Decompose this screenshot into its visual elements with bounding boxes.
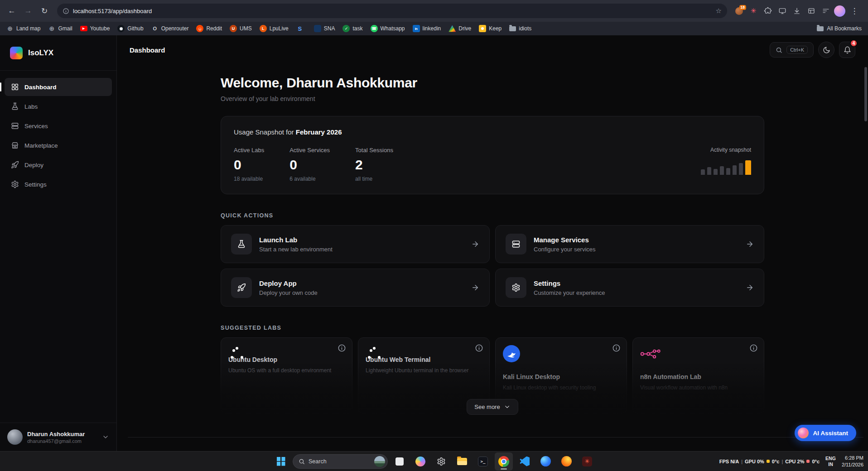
- bookmark-ums[interactable]: UUMS: [230, 25, 252, 32]
- terminal-button[interactable]: >_: [474, 452, 492, 471]
- edge-button[interactable]: [536, 452, 555, 471]
- quick-actions-grid: Launch Lab Start a new lab environment M…: [221, 225, 764, 307]
- ai-orb-icon: [798, 428, 809, 438]
- see-more-button[interactable]: See more: [467, 399, 518, 415]
- gear-icon: [437, 457, 446, 466]
- bookmark-task[interactable]: ✓task: [342, 25, 362, 32]
- start-button[interactable]: [272, 452, 290, 471]
- reload-button[interactable]: ↻: [37, 4, 52, 18]
- reload-icon: ↻: [41, 6, 48, 16]
- sidebar-item-dashboard[interactable]: Dashboard: [5, 78, 112, 96]
- app-logo[interactable]: IsoLYX: [0, 35, 116, 71]
- info-icon[interactable]: [612, 344, 621, 352]
- activity-bars: [701, 159, 751, 175]
- taskview-button[interactable]: [391, 452, 409, 471]
- sidebar-item-labs[interactable]: Labs: [5, 97, 112, 115]
- quick-action-manage-services[interactable]: Manage Services Configure your services: [495, 225, 764, 263]
- bookmark-gmail[interactable]: ⊕Gmail: [48, 25, 72, 32]
- app-tile-button[interactable]: ✳: [578, 452, 596, 471]
- address-bar[interactable]: localhost:5173/app/dashboard ☆: [57, 4, 727, 18]
- bookmark-reddit[interactable]: ☺Reddit: [196, 25, 222, 32]
- sidebar-item-marketplace[interactable]: Marketplace: [5, 136, 112, 154]
- usage-period: February 2026: [296, 128, 342, 136]
- terminal-icon: >_: [478, 457, 488, 466]
- chrome-button[interactable]: [495, 452, 513, 471]
- bookmark-drive[interactable]: Drive: [448, 25, 471, 32]
- language-switcher[interactable]: ENG IN: [825, 456, 836, 467]
- vscode-button[interactable]: [516, 452, 534, 471]
- main-area: Dashboard Ctrl+K 4 Welcome, Dh: [117, 35, 868, 451]
- extensions-puzzle-icon[interactable]: [762, 5, 774, 17]
- bookmark-keep[interactable]: Keep: [479, 25, 502, 32]
- downloads-button[interactable]: [791, 5, 803, 17]
- suggested-labs-heading: SUGGESTED LABS: [221, 325, 764, 331]
- device-monitor-icon[interactable]: [776, 5, 789, 17]
- bookmark-s[interactable]: S: [296, 25, 306, 32]
- search-button[interactable]: Ctrl+K: [770, 42, 814, 58]
- page-scrollbar[interactable]: [864, 67, 867, 121]
- forward-button[interactable]: →: [21, 4, 35, 18]
- back-button[interactable]: ←: [5, 4, 19, 18]
- browser-profile-avatar[interactable]: [834, 5, 845, 17]
- bookmark-land-map[interactable]: ⊕Land map: [6, 25, 40, 32]
- copilot-button[interactable]: [411, 452, 429, 471]
- quick-action-deploy-app[interactable]: Deploy App Deploy your own code: [221, 269, 490, 307]
- brand-cube-icon: [10, 47, 23, 59]
- sidebar-item-services[interactable]: Services: [5, 117, 112, 135]
- bookmark-linkedin[interactable]: inlinkedin: [413, 25, 441, 32]
- all-bookmarks-button[interactable]: All Bookmarks: [817, 25, 862, 32]
- info-icon[interactable]: [475, 344, 483, 352]
- welcome-heading: Welcome, Dharun Ashokkumar: [221, 75, 764, 91]
- keep-favicon: [479, 25, 486, 32]
- bookmark-sna[interactable]: SNA: [314, 25, 335, 32]
- ai-assistant-button[interactable]: AI Assistant: [795, 425, 856, 441]
- theme-toggle-button[interactable]: [818, 42, 834, 58]
- taskbar-search-input[interactable]: [309, 458, 371, 465]
- bookmark-github[interactable]: Github: [117, 25, 143, 32]
- extension-flower-icon[interactable]: ✳: [747, 5, 760, 17]
- quick-action-launch-lab[interactable]: Launch Lab Start a new lab environment: [221, 225, 490, 263]
- browser-window: ← → ↻ localhost:5173/app/dashboard ☆ 18 …: [0, 0, 868, 471]
- bookmark-star-icon[interactable]: ☆: [716, 7, 722, 15]
- file-explorer-button[interactable]: [453, 452, 471, 471]
- window-grid-button[interactable]: [805, 5, 818, 17]
- bookmark-lpulive[interactable]: LLpuLive: [260, 25, 289, 32]
- browser-menu-button[interactable]: ⋮: [847, 4, 862, 18]
- chrome-icon: [498, 456, 509, 467]
- drive-favicon: [448, 25, 456, 32]
- extension-shield-icon[interactable]: 18: [733, 5, 745, 17]
- quick-action-settings[interactable]: Settings Customize your experience: [495, 269, 764, 307]
- server-icon: [11, 122, 19, 130]
- github-favicon: [117, 25, 125, 32]
- bookmark-idiots-folder[interactable]: idiots: [509, 25, 531, 32]
- settings-button[interactable]: [432, 452, 450, 471]
- notifications-button[interactable]: 4: [839, 42, 855, 58]
- taskbar-clock[interactable]: 6:28 PM 2/11/2026: [842, 455, 863, 468]
- sidebar-item-deploy[interactable]: Deploy: [5, 156, 112, 174]
- user-menu[interactable]: Dharun Ashokkumar dharuna457@gmail.com: [0, 423, 116, 451]
- bookmark-openrouter[interactable]: OOpenrouter: [151, 25, 189, 32]
- flask-icon: [11, 102, 19, 111]
- info-icon[interactable]: [749, 344, 758, 352]
- site-info-icon[interactable]: [63, 8, 69, 14]
- window-grid-icon: [807, 7, 815, 15]
- folder-icon: [817, 26, 824, 31]
- extension-badge: 18: [739, 5, 746, 10]
- user-name: Dharun Ashokkumar: [27, 431, 85, 437]
- firefox-button[interactable]: [557, 452, 575, 471]
- sidebar-item-settings[interactable]: Settings: [5, 175, 112, 193]
- info-icon[interactable]: [338, 344, 346, 352]
- reddit-favicon: ☺: [196, 25, 203, 32]
- bookmark-youtube[interactable]: ▶Youtube: [80, 25, 110, 32]
- linkedin-favicon: in: [413, 25, 420, 32]
- taskbar-search[interactable]: [293, 454, 388, 469]
- bookmark-whatsapp[interactable]: ☎Whatsapp: [371, 25, 405, 32]
- url-text: localhost:5173/app/dashboard: [73, 8, 152, 14]
- brand-name: IsoLYX: [28, 48, 53, 58]
- sidebar-nav: Dashboard Labs Services Marketplace Depl…: [0, 71, 116, 193]
- task-favicon: ✓: [342, 25, 350, 32]
- stat-total-sessions: Total Sessions 2 all time: [355, 147, 393, 182]
- welcome-subtitle: Overview of your lab environment: [221, 95, 764, 102]
- reading-list-button[interactable]: [820, 5, 832, 17]
- clock-time: 6:28 PM: [845, 455, 863, 461]
